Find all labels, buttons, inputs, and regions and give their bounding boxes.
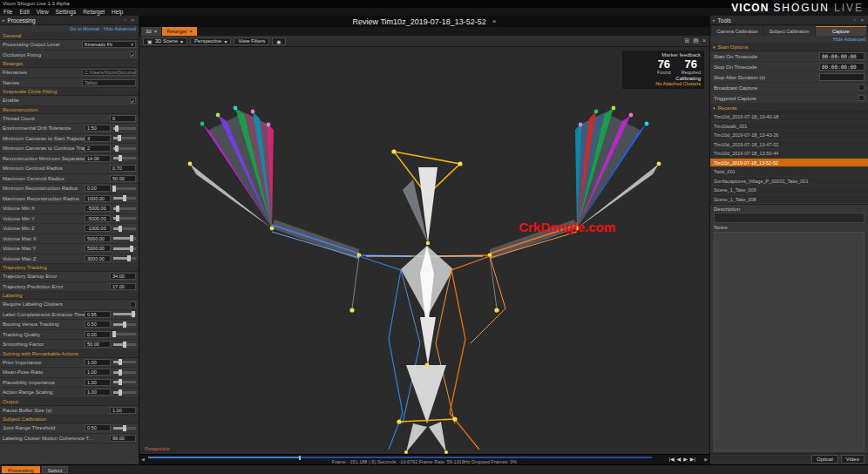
subject-mode-button[interactable]: ◉ bbox=[272, 37, 285, 45]
start-options-section-header[interactable]: ▾ Start Options bbox=[710, 43, 868, 51]
camera-dropdown[interactable]: Perspective ▾ bbox=[190, 37, 231, 45]
param-slider[interactable] bbox=[113, 361, 136, 363]
capture-list-item[interactable]: Gorillacaptures_Village_P_00001_Take_001 bbox=[710, 177, 868, 186]
param-slider[interactable] bbox=[113, 217, 136, 220]
param-slider[interactable] bbox=[113, 343, 136, 346]
param-checkbox[interactable] bbox=[130, 301, 136, 308]
tab-subject-calibration[interactable]: Subject Calibration bbox=[763, 26, 814, 36]
option-input[interactable]: 00:00:00:00 bbox=[819, 63, 865, 71]
param-value-input[interactable]: 5000.00 bbox=[85, 245, 111, 252]
menu-settings[interactable]: Settings bbox=[56, 9, 77, 15]
menu-retarget[interactable]: Retarget bbox=[83, 9, 105, 15]
param-slider[interactable] bbox=[113, 391, 136, 394]
section-header[interactable]: Retarget bbox=[0, 60, 139, 68]
param-checkbox[interactable]: ✓ bbox=[130, 51, 136, 58]
param-slider[interactable] bbox=[113, 371, 136, 374]
pin-icon[interactable]: ▫ bbox=[125, 17, 128, 23]
video-button[interactable]: Video bbox=[841, 455, 865, 464]
section-header[interactable]: Trajectory Tracking bbox=[0, 264, 139, 272]
param-value-input[interactable]: -1000.00 bbox=[85, 225, 111, 232]
param-checkbox[interactable]: ✓ bbox=[130, 98, 136, 104]
playback-button[interactable]: ▶ bbox=[683, 456, 688, 462]
capture-list-item[interactable]: Tim10d_2019-07-18_13-43-26 bbox=[710, 131, 868, 140]
section-header[interactable]: Solving with Remarkable Actions bbox=[0, 350, 139, 358]
param-slider[interactable] bbox=[113, 137, 136, 139]
param-value-input[interactable]: 0 bbox=[110, 115, 136, 122]
view-filters-button[interactable]: View Filters bbox=[234, 37, 269, 45]
collapse-icon[interactable]: ▸ bbox=[713, 17, 715, 23]
menu-file[interactable]: File bbox=[3, 9, 12, 15]
section-header[interactable]: Labeling bbox=[0, 292, 139, 300]
view-layout-icon[interactable]: ▤ bbox=[693, 37, 699, 44]
param-value-input[interactable]: 99.00 bbox=[110, 435, 136, 442]
section-header[interactable]: Grayscale Circle Fitting bbox=[0, 88, 139, 96]
section-header[interactable]: Subject Calibration bbox=[0, 416, 139, 423]
grid-layout-icon[interactable]: ⊞ bbox=[684, 37, 689, 44]
param-slider[interactable] bbox=[113, 257, 136, 260]
option-input[interactable]: 00:00:00:00 bbox=[819, 52, 865, 60]
param-value-input[interactable]: 50.00 bbox=[85, 341, 111, 348]
close-icon[interactable]: × bbox=[131, 17, 136, 23]
recents-section-header[interactable]: ▾ Recents bbox=[710, 104, 868, 112]
section-header[interactable]: Output bbox=[0, 398, 139, 406]
scene-dropdown[interactable]: ▣ 3D Scene ▾ bbox=[143, 37, 187, 45]
param-value-input[interactable]: 5000.00 bbox=[85, 235, 111, 242]
option-checkbox[interactable] bbox=[858, 85, 865, 91]
panel-link[interactable]: Hide Advanced bbox=[833, 37, 865, 42]
param-value-input[interactable]: 1.00 bbox=[85, 359, 111, 366]
capture-list-item[interactable]: Tim10d_2019-07-18_13-40-18 bbox=[710, 112, 868, 122]
panel-link[interactable]: Hide Advanced bbox=[104, 26, 136, 31]
playback-button[interactable]: ◀ bbox=[677, 456, 682, 462]
clusters-warning[interactable]: No Attached Clusters bbox=[626, 81, 701, 86]
param-slider[interactable] bbox=[113, 227, 136, 230]
param-value-input[interactable]: -5000.00 bbox=[85, 205, 111, 212]
param-value-input[interactable]: 1.00 bbox=[85, 379, 111, 386]
timeline-track[interactable] bbox=[148, 457, 652, 458]
viewport-3d[interactable]: Marker feedback 76 Found 76 Required Cal… bbox=[139, 47, 709, 454]
param-value-input[interactable]: 17.00 bbox=[110, 283, 136, 290]
viewport-tab-3d[interactable]: 3d× bbox=[141, 27, 161, 36]
param-value-input[interactable]: 1.00 bbox=[85, 389, 111, 396]
capture-list-item[interactable]: Scene_1_Take_008 bbox=[710, 195, 868, 205]
param-value-input[interactable]: 3 bbox=[85, 135, 111, 142]
dock-tab-processing[interactable]: Processing bbox=[2, 466, 40, 473]
capture-list-item[interactable]: Twist_001 bbox=[710, 167, 868, 177]
option-input[interactable] bbox=[819, 73, 865, 81]
param-slider[interactable] bbox=[113, 147, 136, 150]
menu-view[interactable]: View bbox=[37, 9, 49, 15]
close-icon[interactable]: × bbox=[154, 29, 158, 34]
param-text-input[interactable]: C:/Users/Vicon/Documents/Retargeting bbox=[82, 69, 136, 76]
param-value-input[interactable]: 1.50 bbox=[85, 125, 111, 132]
param-slider[interactable] bbox=[113, 157, 136, 159]
capture-list-item[interactable]: Tim10walk_001 bbox=[710, 122, 868, 132]
playback-button[interactable]: |◀ bbox=[668, 456, 674, 462]
param-slider[interactable] bbox=[113, 197, 136, 200]
param-slider[interactable] bbox=[113, 187, 136, 190]
param-value-input[interactable]: 1.00 bbox=[110, 407, 136, 414]
close-icon[interactable]: × bbox=[189, 29, 193, 34]
close-icon[interactable]: × bbox=[702, 37, 706, 44]
capture-list-item[interactable]: Scene_1_Take_009 bbox=[710, 186, 868, 195]
option-checkbox[interactable] bbox=[858, 95, 865, 101]
param-value-input[interactable]: 14.00 bbox=[85, 155, 111, 162]
param-value-input[interactable]: -5000.00 bbox=[85, 215, 111, 222]
param-slider[interactable] bbox=[113, 313, 136, 315]
menu-edit[interactable]: Edit bbox=[19, 9, 29, 15]
close-icon[interactable]: × bbox=[860, 17, 865, 23]
pin-icon[interactable]: ▫ bbox=[854, 17, 858, 23]
param-value-input[interactable]: 3000.00 bbox=[85, 255, 111, 262]
capture-list-item[interactable]: Tim10d_2019-07-18_13-47-02 bbox=[710, 140, 868, 150]
param-value-input[interactable]: 0.95 bbox=[85, 311, 111, 318]
panel-link[interactable]: Go to Minimal bbox=[70, 26, 99, 31]
param-slider[interactable] bbox=[113, 427, 136, 430]
scroll-right-icon[interactable]: ▶ bbox=[704, 457, 708, 462]
param-value-input[interactable]: 0.50 bbox=[85, 321, 111, 328]
param-slider[interactable] bbox=[113, 127, 136, 130]
dock-tab-select[interactable]: Select bbox=[42, 466, 69, 473]
param-value-input[interactable]: 2 bbox=[85, 145, 111, 152]
param-slider[interactable] bbox=[113, 323, 136, 326]
description-input[interactable] bbox=[714, 213, 865, 223]
param-value-input[interactable]: 0.70 bbox=[110, 165, 136, 172]
param-dropdown[interactable]: Kinematic Fit▾ bbox=[82, 41, 136, 48]
playback-button[interactable]: ▶| bbox=[690, 456, 695, 462]
